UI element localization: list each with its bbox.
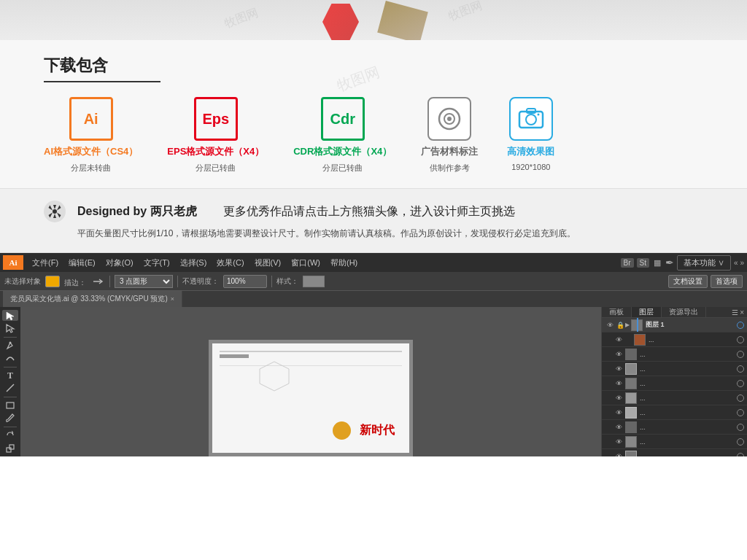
sublayer-eye-6[interactable]: 👁 — [614, 408, 624, 418]
ai-workspace: T — [0, 307, 747, 456]
sublayer-4[interactable]: 👁 ... — [602, 376, 747, 391]
sublayer-dot-1 — [737, 336, 744, 343]
sublayer-thumb-6 — [625, 407, 637, 419]
download-icons-row: Ai AI格式源文件（CS4） 分层未转曲 Eps EPS格式源文件（X4） 分… — [44, 97, 703, 174]
direct-selection-tool[interactable] — [2, 322, 18, 333]
paintbrush-tool[interactable] — [2, 413, 18, 424]
menubar-right: Br St ▦ ✒ 基本功能 ∨ « » — [621, 255, 744, 271]
rotate-tool[interactable] — [2, 430, 18, 441]
ad-icon-box — [427, 97, 471, 141]
workspace-selector[interactable]: 基本功能 ∨ — [677, 255, 731, 271]
stroke-label: 描边： — [64, 279, 86, 287]
style-label: 样式： — [276, 276, 298, 287]
ai-menubar: Ai 文件(F) 编辑(E) 对象(O) 文字(T) 选择(S) 效果(C) 视… — [0, 253, 747, 272]
controlbar-right: 文档设置 首选项 — [668, 275, 743, 288]
sublayer-eye-5[interactable]: 👁 — [614, 393, 624, 403]
blue-bar — [637, 318, 638, 332]
sublayer-thumb-8 — [625, 436, 637, 448]
menu-type[interactable]: 文字(T) — [139, 256, 174, 270]
tab-title: 党员风采文化墙.ai @ 33.33% (CMYK/GPU 预览) — [10, 294, 168, 304]
pen-tool[interactable] — [2, 340, 18, 351]
sublayer-9[interactable]: 👁 ... — [602, 449, 747, 456]
panel-tab-assets[interactable]: 资源导出 — [662, 307, 706, 317]
menu-object[interactable]: 对象(O) — [101, 256, 138, 270]
layer-expand-icon[interactable]: ▶ — [625, 322, 630, 328]
preferences-btn[interactable]: 首选项 — [711, 275, 743, 288]
ai-app-logo: Ai — [3, 255, 23, 270]
menu-effect[interactable]: 效果(C) — [212, 256, 248, 270]
curvature-tool[interactable] — [2, 353, 18, 364]
sublayer-1[interactable]: 👁 ... — [602, 332, 747, 347]
file-type-photo: 高清效果图 1920*1080 — [507, 97, 554, 171]
sublayer-name-6: ... — [640, 409, 737, 416]
lock-icon[interactable]: 🔒 — [616, 322, 624, 329]
selection-tool[interactable] — [2, 310, 18, 321]
stroke-icon — [92, 276, 104, 287]
main-layer-row[interactable]: 👁 🔒 ▶ 图层 1 — [602, 318, 747, 332]
tab-close-btn[interactable]: × — [171, 295, 174, 303]
rect-tool[interactable] — [2, 400, 18, 411]
photo-file-sub: 1920*1080 — [511, 163, 550, 171]
svg-rect-12 — [9, 445, 14, 449]
tool-sep-3 — [4, 397, 17, 397]
sublayer-5[interactable]: 👁 ... — [602, 391, 747, 405]
sublayer-2[interactable]: 👁 ... — [602, 347, 747, 362]
panel-arrows[interactable]: « » — [734, 259, 744, 267]
sublayer-dot-5 — [737, 394, 744, 402]
sublayer-name-7: ... — [640, 424, 737, 431]
fill-swatch[interactable] — [45, 276, 60, 287]
panel-menu-icon[interactable]: ☰ — [732, 308, 738, 316]
line-tool[interactable] — [2, 383, 18, 394]
sublayer-6[interactable]: 👁 ... — [602, 405, 747, 420]
sublayer-eye-7[interactable]: 👁 — [614, 422, 624, 432]
stroke-shape-select[interactable]: 3 点圆形 — [115, 275, 173, 288]
ad-file-name: 广告材料标注 — [421, 145, 478, 158]
menu-edit[interactable]: 编辑(E) — [64, 256, 100, 270]
ai-file-name: AI格式源文件（CS4） — [44, 145, 138, 158]
sublayer-name-4: ... — [640, 380, 737, 387]
designer-row: Designed by 两只老虎 更多优秀作品请点击上方熊猫头像，进入设计师主页… — [44, 201, 703, 222]
sublayer-eye-8[interactable]: 👁 — [614, 437, 624, 447]
menu-window[interactable]: 窗口(W) — [287, 256, 325, 270]
svg-point-6 — [537, 114, 539, 116]
menu-select[interactable]: 选择(S) — [176, 256, 212, 270]
file-type-eps: Eps EPS格式源文件（X4） 分层已转曲 — [167, 97, 264, 174]
panel-tab-canvas[interactable]: 画板 — [602, 307, 632, 317]
doc-settings-btn[interactable]: 文档设置 — [668, 275, 708, 288]
separator1 — [109, 276, 110, 287]
opacity-label: 不透明度： — [182, 276, 219, 287]
sublayer-thumb-9 — [625, 451, 637, 457]
sublayer-eye-1[interactable]: 👁 — [614, 335, 624, 345]
canvas-shape — [256, 358, 293, 394]
type-tool[interactable]: T — [2, 370, 18, 381]
sublayer-8[interactable]: 👁 ... — [602, 435, 747, 449]
menu-file[interactable]: 文件(F) — [28, 256, 63, 270]
sublayer-eye-3[interactable]: 👁 — [614, 364, 624, 374]
sublayer-dot-6 — [737, 409, 744, 416]
sublayer-eye-2[interactable]: 👁 — [614, 349, 624, 359]
sublayer-3[interactable]: 👁 ... — [602, 362, 747, 376]
scale-tool[interactable] — [2, 443, 18, 454]
svg-point-4 — [526, 114, 536, 125]
canvas-circle — [333, 421, 351, 440]
file-type-ai: Ai AI格式源文件（CS4） 分层未转曲 — [44, 97, 138, 174]
svg-point-8 — [9, 341, 12, 343]
cdr-icon-box: Cdr — [321, 97, 365, 141]
opacity-input[interactable] — [223, 275, 267, 288]
sublayer-name-2: ... — [640, 351, 737, 358]
menu-help[interactable]: 帮助(H) — [326, 256, 362, 270]
tool-sep-4 — [4, 427, 17, 427]
panel-tab-layers[interactable]: 图层 — [632, 307, 662, 317]
ai-controlbar: 未选择对象 描边： 3 点圆形 不透明度： 样式： 文档设置 首选项 — [0, 272, 747, 291]
menu-view[interactable]: 视图(V) — [250, 256, 286, 270]
designer-tagline: 更多优秀作品请点击上方熊猫头像，进入设计师主页挑选 — [223, 204, 515, 219]
panel-close-icon[interactable]: × — [740, 308, 744, 316]
sublayer-thumb-4 — [625, 378, 637, 389]
layer-eye-icon[interactable]: 👁 — [605, 320, 615, 330]
sublayer-7[interactable]: 👁 ... — [602, 420, 747, 435]
sublayer-eye-4[interactable]: 👁 — [614, 378, 624, 389]
sublayer-eye-9[interactable]: 👁 — [614, 451, 624, 457]
tool-sep-2 — [4, 367, 17, 368]
designer-name: Designed by 两只老虎 — [77, 204, 197, 219]
document-tab[interactable]: 党员风采文化墙.ai @ 33.33% (CMYK/GPU 预览) × — [3, 291, 182, 307]
